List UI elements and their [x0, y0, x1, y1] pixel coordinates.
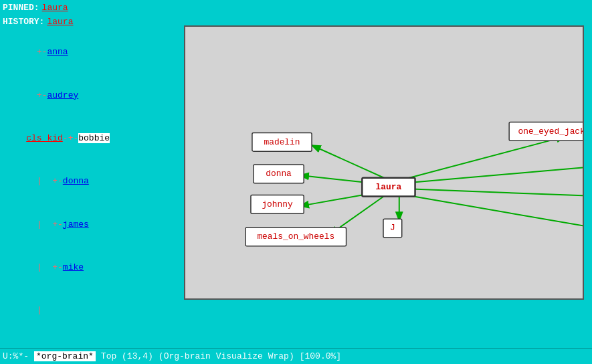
node-laura-label: laura: [376, 182, 402, 192]
tree-mike: | +-mike: [5, 246, 175, 289]
pinned-label: PINNED:: [3, 1, 39, 15]
edge-laura-james: [410, 196, 583, 230]
graph-svg: madelin one_eyed_jacks donna bobbie laur…: [185, 27, 583, 298]
edge-laura-madelin: [310, 145, 390, 180]
tree-audrey: +-audrey: [5, 74, 175, 116]
node-madelin-label: madelin: [264, 137, 300, 147]
node-one-eyed-jacks-label: one_eyed_jacks: [518, 126, 583, 136]
tree-link-anna[interactable]: anna: [47, 47, 68, 57]
history-value[interactable]: laura: [47, 15, 73, 29]
node-j-label: J: [390, 223, 395, 233]
sidebar: +-anna +-audrey cls_kid-+-bobbie | +-don…: [0, 28, 181, 364]
pinned-line: PINNED: laura: [3, 1, 589, 15]
tree-bobbie: cls_kid-+-bobbie: [5, 117, 175, 160]
status-keys: U:%*-: [3, 351, 29, 361]
status-bar: U:%*- *org-brain* Top (13,4) (Org-brain …: [0, 348, 592, 364]
tree-link-bobbie[interactable]: bobbie: [78, 133, 110, 143]
pinned-value[interactable]: laura: [42, 1, 68, 15]
edge-laura-one-eyed-jacks: [399, 136, 567, 180]
node-donna-label: donna: [266, 169, 292, 179]
tree-v: |: [5, 289, 175, 332]
tree-link-james[interactable]: james: [63, 219, 89, 230]
tree-james: | +-james: [5, 203, 175, 246]
edge-laura-bobbie: [411, 166, 583, 183]
node-johnny-label: johnny: [262, 199, 293, 209]
status-buffer[interactable]: *org-brain*: [34, 351, 96, 361]
status-zoom: [100.0%]: [300, 351, 341, 361]
edge-laura-coke: [413, 189, 583, 197]
cls-kid-label: cls_kid: [26, 133, 63, 143]
graph-area: madelin one_eyed_jacks donna bobbie laur…: [184, 25, 584, 300]
tree-anna: +-anna: [5, 31, 175, 74]
status-mode: (Org-brain Visualize Wrap): [159, 351, 294, 361]
status-position: Top (13,4): [101, 351, 153, 361]
tree-link-mike[interactable]: mike: [63, 262, 84, 272]
tree-donna: | +-donna: [5, 160, 175, 203]
history-label: HISTORY:: [3, 15, 44, 29]
tree-link-audrey[interactable]: audrey: [47, 90, 78, 100]
tree-link-donna[interactable]: donna: [63, 176, 89, 186]
node-meals-label: meals_on_wheels: [257, 232, 334, 242]
